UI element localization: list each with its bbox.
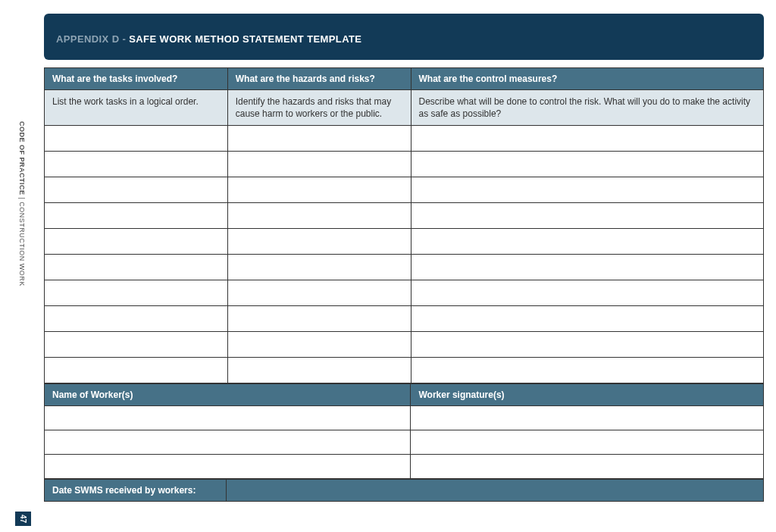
- worker-table: Name of Worker(s) Worker signature(s): [44, 383, 764, 479]
- worker-cell[interactable]: [411, 455, 764, 479]
- main-content: APPENDIX D - SAFE WORK METHOD STATEMENT …: [44, 14, 764, 502]
- main-cell[interactable]: [227, 203, 411, 229]
- main-cell[interactable]: [411, 280, 763, 306]
- date-table: Date SWMS received by workers:: [44, 479, 764, 502]
- main-cell[interactable]: [45, 332, 228, 358]
- main-cell[interactable]: [411, 358, 763, 383]
- main-th-3: What are the control measures?: [411, 68, 763, 90]
- page-number: 47: [15, 512, 31, 526]
- main-cell[interactable]: [411, 306, 763, 332]
- main-th-2: What are the hazards and risks?: [227, 68, 411, 90]
- main-cell[interactable]: [45, 255, 228, 280]
- main-cell[interactable]: [411, 229, 763, 255]
- header-appendix: APPENDIX D -: [56, 33, 129, 45]
- main-cell[interactable]: [411, 177, 763, 203]
- main-cell[interactable]: [227, 177, 411, 203]
- sidebar-bold: CODE OF PRACTICE: [18, 121, 26, 196]
- main-cell[interactable]: [411, 203, 763, 229]
- main-table: What are the tasks involved? What are th…: [44, 67, 764, 383]
- main-cell[interactable]: [227, 332, 411, 358]
- main-th-1: What are the tasks involved?: [45, 68, 228, 90]
- main-cell[interactable]: [45, 280, 228, 306]
- main-cell[interactable]: [45, 358, 228, 383]
- main-cell[interactable]: [227, 126, 411, 152]
- main-cell[interactable]: [45, 177, 228, 203]
- main-cell[interactable]: [227, 306, 411, 332]
- main-cell[interactable]: [227, 358, 411, 383]
- main-cell[interactable]: [227, 229, 411, 255]
- header-title: SAFE WORK METHOD STATEMENT TEMPLATE: [129, 33, 361, 45]
- date-value[interactable]: [227, 480, 764, 502]
- date-label: Date SWMS received by workers:: [45, 480, 227, 502]
- main-cell[interactable]: [227, 280, 411, 306]
- worker-th-1: Name of Worker(s): [45, 384, 411, 406]
- worker-cell[interactable]: [45, 455, 411, 479]
- main-cell[interactable]: [45, 203, 228, 229]
- main-cell[interactable]: [411, 152, 763, 177]
- main-cell[interactable]: [411, 255, 763, 280]
- worker-cell[interactable]: [411, 430, 764, 455]
- main-sub-2: Identify the hazards and risks that may …: [227, 90, 411, 126]
- main-cell[interactable]: [227, 152, 411, 177]
- worker-cell[interactable]: [45, 406, 411, 430]
- main-cell[interactable]: [227, 255, 411, 280]
- worker-cell[interactable]: [411, 406, 764, 430]
- main-cell[interactable]: [45, 152, 228, 177]
- main-sub-3: Describe what will be done to control th…: [411, 90, 763, 126]
- main-cell[interactable]: [45, 126, 228, 152]
- main-cell[interactable]: [411, 332, 763, 358]
- worker-th-2: Worker signature(s): [411, 384, 764, 406]
- main-cell[interactable]: [411, 126, 763, 152]
- sidebar-vertical-label: CODE OF PRACTICE | CONSTRUCTION WORK: [18, 121, 26, 286]
- main-sub-1: List the work tasks in a logical order.: [45, 90, 228, 126]
- main-cell[interactable]: [45, 229, 228, 255]
- sidebar-light: CONSTRUCTION WORK: [18, 202, 26, 286]
- main-cell[interactable]: [45, 306, 228, 332]
- worker-cell[interactable]: [45, 430, 411, 455]
- header-bar: APPENDIX D - SAFE WORK METHOD STATEMENT …: [44, 14, 764, 60]
